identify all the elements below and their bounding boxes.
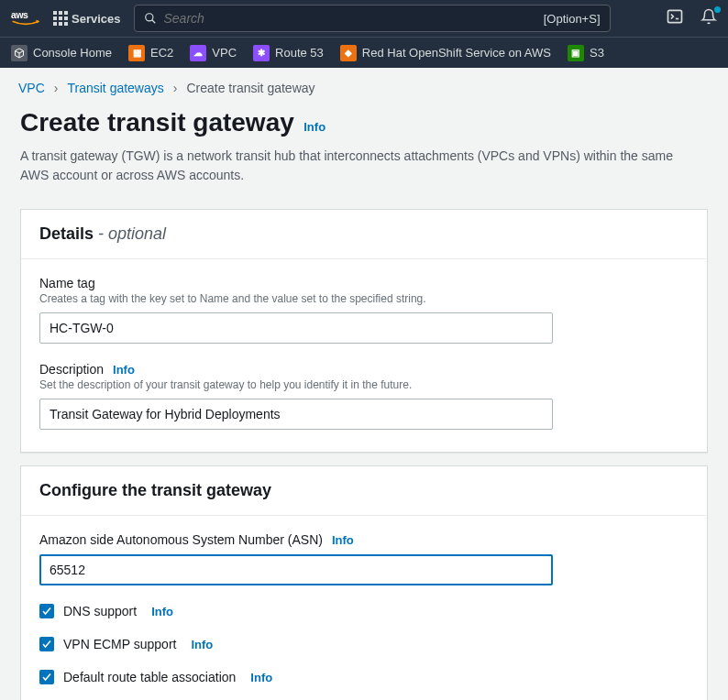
- shortcut-vpc[interactable]: ☁ VPC: [190, 45, 237, 61]
- notifications-button[interactable]: [700, 8, 717, 28]
- shortcut-label: Red Hat OpenShift Service on AWS: [362, 46, 551, 60]
- svg-line-2: [151, 20, 155, 24]
- check-icon: [41, 672, 52, 683]
- configure-panel-header: Configure the transit gateway: [21, 466, 707, 516]
- terminal-icon: [666, 7, 684, 26]
- details-heading-suffix: - optional: [94, 224, 166, 243]
- shortcut-label: S3: [590, 46, 604, 60]
- chevron-right-icon: ›: [173, 81, 178, 95]
- chevron-right-icon: ›: [54, 81, 59, 95]
- search-icon: [144, 12, 157, 25]
- s3-icon: ▣: [568, 45, 584, 61]
- description-help: Set the description of your transit gate…: [39, 378, 689, 391]
- services-menu[interactable]: Services: [53, 11, 121, 26]
- cube-icon: [11, 45, 28, 61]
- check-icon: [41, 639, 52, 650]
- default-assoc-info-link[interactable]: Info: [250, 671, 272, 684]
- vpn-ecmp-row: VPN ECMP support Info: [39, 637, 689, 651]
- notification-dot: [714, 6, 721, 13]
- openshift-icon: ◆: [340, 45, 357, 61]
- shortcut-console-home[interactable]: Console Home: [11, 45, 112, 61]
- vpc-icon: ☁: [190, 45, 206, 61]
- shortcut-route53[interactable]: ✱ Route 53: [253, 45, 324, 61]
- asn-field: Amazon side Autonomous System Number (AS…: [39, 532, 689, 585]
- breadcrumb: VPC › Transit gateways › Create transit …: [0, 68, 728, 104]
- global-search[interactable]: [Option+S]: [134, 5, 611, 32]
- search-input[interactable]: [164, 11, 536, 26]
- dns-support-row: DNS support Info: [39, 604, 689, 618]
- svg-text:aws: aws: [11, 10, 28, 20]
- name-tag-field: Name tag Creates a tag with the key set …: [39, 276, 689, 344]
- shortcut-label: Route 53: [275, 46, 324, 60]
- configure-panel: Configure the transit gateway Amazon sid…: [20, 465, 708, 700]
- page-info-link[interactable]: Info: [303, 120, 325, 134]
- default-assoc-checkbox[interactable]: [39, 670, 54, 684]
- breadcrumb-transit-gateways[interactable]: Transit gateways: [67, 81, 163, 95]
- page-header: Create transit gateway Info A transit ga…: [0, 104, 728, 196]
- default-assoc-row: Default route table association Info: [39, 670, 689, 684]
- asn-input[interactable]: [39, 554, 553, 585]
- vpn-ecmp-checkbox[interactable]: [39, 637, 54, 651]
- vpn-ecmp-label: VPN ECMP support: [63, 637, 176, 651]
- services-label: Services: [72, 12, 121, 26]
- default-assoc-label: Default route table association: [63, 670, 236, 684]
- svg-point-1: [145, 14, 152, 21]
- service-shortcut-bar: Console Home ▦ EC2 ☁ VPC ✱ Route 53 ◆ Re…: [0, 37, 728, 68]
- details-panel: Details - optional Name tag Creates a ta…: [20, 209, 708, 453]
- search-shortcut: [Option+S]: [544, 12, 601, 26]
- details-heading: Details: [39, 224, 94, 243]
- details-panel-header: Details - optional: [21, 210, 707, 259]
- svg-rect-3: [668, 10, 682, 22]
- shortcut-ec2[interactable]: ▦ EC2: [128, 45, 173, 61]
- name-tag-help: Creates a tag with the key set to Name a…: [39, 292, 689, 305]
- aws-logo[interactable]: aws: [11, 9, 40, 27]
- grid-icon: [53, 11, 68, 26]
- asn-info-link[interactable]: Info: [332, 533, 354, 547]
- description-info-link[interactable]: Info: [113, 363, 135, 377]
- shortcut-s3[interactable]: ▣ S3: [568, 45, 604, 61]
- configure-heading: Configure the transit gateway: [39, 481, 271, 499]
- shortcut-label: EC2: [150, 46, 173, 60]
- page-description: A transit gateway (TGW) is a network tra…: [20, 147, 699, 185]
- dns-support-checkbox[interactable]: [39, 604, 54, 618]
- breadcrumb-current: Create transit gateway: [186, 81, 314, 95]
- dns-support-label: DNS support: [63, 604, 137, 618]
- description-label: Description: [39, 362, 104, 377]
- check-icon: [41, 606, 52, 617]
- route53-icon: ✱: [253, 45, 270, 61]
- global-nav: aws Services [Option+S]: [0, 0, 728, 37]
- description-input[interactable]: [39, 399, 553, 430]
- dns-support-info-link[interactable]: Info: [151, 605, 173, 618]
- description-field: Description Info Set the description of …: [39, 362, 689, 430]
- breadcrumb-vpc[interactable]: VPC: [18, 81, 45, 95]
- asn-label: Amazon side Autonomous System Number (AS…: [39, 532, 323, 547]
- name-tag-label: Name tag: [39, 276, 689, 290]
- ec2-icon: ▦: [128, 45, 145, 61]
- shortcut-label: VPC: [212, 46, 237, 60]
- shortcut-openshift[interactable]: ◆ Red Hat OpenShift Service on AWS: [340, 45, 551, 61]
- page-title: Create transit gateway: [20, 108, 294, 137]
- cloudshell-button[interactable]: [666, 7, 684, 29]
- vpn-ecmp-info-link[interactable]: Info: [191, 638, 213, 651]
- shortcut-label: Console Home: [33, 46, 112, 60]
- name-tag-input[interactable]: [39, 312, 553, 344]
